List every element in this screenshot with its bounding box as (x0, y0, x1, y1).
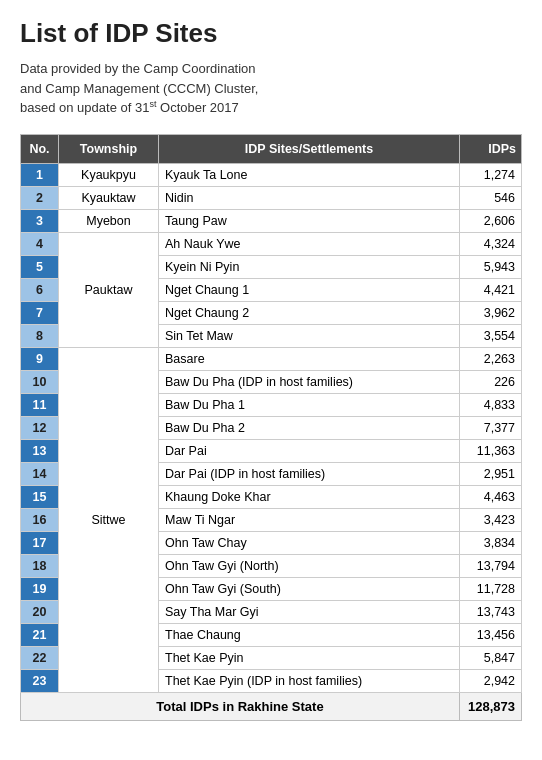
cell-idps: 4,421 (460, 279, 522, 302)
cell-idps: 3,554 (460, 325, 522, 348)
total-idps: 128,873 (460, 693, 522, 721)
cell-no: 8 (21, 325, 59, 348)
cell-township: Myebon (59, 210, 159, 233)
cell-site: Nidin (159, 187, 460, 210)
cell-site: Dar Pai (159, 440, 460, 463)
cell-idps: 226 (460, 371, 522, 394)
cell-township: Pauktaw (59, 233, 159, 348)
cell-no: 21 (21, 624, 59, 647)
header-no: No. (21, 135, 59, 164)
cell-no: 1 (21, 164, 59, 187)
cell-site: Thae Chaung (159, 624, 460, 647)
cell-site: Basare (159, 348, 460, 371)
table-row: 2KyauktawNidin546 (21, 187, 522, 210)
cell-no: 17 (21, 532, 59, 555)
table-footer-row: Total IDPs in Rakhine State 128,873 (21, 693, 522, 721)
cell-site: Kyauk Ta Lone (159, 164, 460, 187)
cell-site: Thet Kae Pyin (159, 647, 460, 670)
cell-site: Ah Nauk Ywe (159, 233, 460, 256)
cell-site: Khaung Doke Khar (159, 486, 460, 509)
cell-site: Nget Chaung 1 (159, 279, 460, 302)
cell-site: Taung Paw (159, 210, 460, 233)
cell-idps: 2,606 (460, 210, 522, 233)
cell-no: 16 (21, 509, 59, 532)
cell-no: 7 (21, 302, 59, 325)
cell-site: Say Tha Mar Gyi (159, 601, 460, 624)
cell-idps: 2,263 (460, 348, 522, 371)
table-row: 3MyebonTaung Paw2,606 (21, 210, 522, 233)
cell-idps: 7,377 (460, 417, 522, 440)
cell-site: Ohn Taw Gyi (North) (159, 555, 460, 578)
cell-site: Maw Ti Ngar (159, 509, 460, 532)
cell-site: Baw Du Pha 1 (159, 394, 460, 417)
total-label: Total IDPs in Rakhine State (21, 693, 460, 721)
cell-no: 10 (21, 371, 59, 394)
cell-idps: 3,834 (460, 532, 522, 555)
table-header-row: No. Township IDP Sites/Settlements IDPs (21, 135, 522, 164)
cell-idps: 3,962 (460, 302, 522, 325)
cell-site: Dar Pai (IDP in host families) (159, 463, 460, 486)
idp-table: No. Township IDP Sites/Settlements IDPs … (20, 134, 522, 721)
cell-site: Sin Tet Maw (159, 325, 460, 348)
cell-township: Kyauktaw (59, 187, 159, 210)
cell-no: 22 (21, 647, 59, 670)
table-row: 1KyaukpyuKyauk Ta Lone1,274 (21, 164, 522, 187)
page-title: List of IDP Sites (20, 18, 522, 49)
cell-idps: 5,943 (460, 256, 522, 279)
cell-idps: 11,728 (460, 578, 522, 601)
cell-township: Kyaukpyu (59, 164, 159, 187)
cell-site: Ohn Taw Chay (159, 532, 460, 555)
cell-idps: 4,833 (460, 394, 522, 417)
table-row: 9SittweBasare2,263 (21, 348, 522, 371)
cell-township: Sittwe (59, 348, 159, 693)
table-body: 1KyaukpyuKyauk Ta Lone1,2742KyauktawNidi… (21, 164, 522, 693)
cell-site: Kyein Ni Pyin (159, 256, 460, 279)
cell-no: 11 (21, 394, 59, 417)
cell-no: 9 (21, 348, 59, 371)
cell-no: 15 (21, 486, 59, 509)
table-row: 4PauktawAh Nauk Ywe4,324 (21, 233, 522, 256)
cell-idps: 4,324 (460, 233, 522, 256)
cell-site: Baw Du Pha (IDP in host families) (159, 371, 460, 394)
cell-no: 12 (21, 417, 59, 440)
cell-site: Ohn Taw Gyi (South) (159, 578, 460, 601)
cell-site: Nget Chaung 2 (159, 302, 460, 325)
cell-no: 18 (21, 555, 59, 578)
cell-no: 19 (21, 578, 59, 601)
cell-no: 3 (21, 210, 59, 233)
cell-idps: 546 (460, 187, 522, 210)
cell-idps: 1,274 (460, 164, 522, 187)
cell-idps: 2,942 (460, 670, 522, 693)
cell-idps: 5,847 (460, 647, 522, 670)
header-sites: IDP Sites/Settlements (159, 135, 460, 164)
cell-no: 6 (21, 279, 59, 302)
cell-no: 2 (21, 187, 59, 210)
header-idps: IDPs (460, 135, 522, 164)
subtitle: Data provided by the Camp Coordination a… (20, 59, 522, 118)
cell-no: 14 (21, 463, 59, 486)
cell-idps: 11,363 (460, 440, 522, 463)
cell-no: 13 (21, 440, 59, 463)
cell-idps: 13,743 (460, 601, 522, 624)
cell-idps: 4,463 (460, 486, 522, 509)
header-township: Township (59, 135, 159, 164)
cell-no: 4 (21, 233, 59, 256)
cell-idps: 3,423 (460, 509, 522, 532)
cell-no: 20 (21, 601, 59, 624)
cell-idps: 13,794 (460, 555, 522, 578)
cell-no: 5 (21, 256, 59, 279)
cell-site: Baw Du Pha 2 (159, 417, 460, 440)
cell-no: 23 (21, 670, 59, 693)
cell-idps: 13,456 (460, 624, 522, 647)
cell-site: Thet Kae Pyin (IDP in host families) (159, 670, 460, 693)
cell-idps: 2,951 (460, 463, 522, 486)
